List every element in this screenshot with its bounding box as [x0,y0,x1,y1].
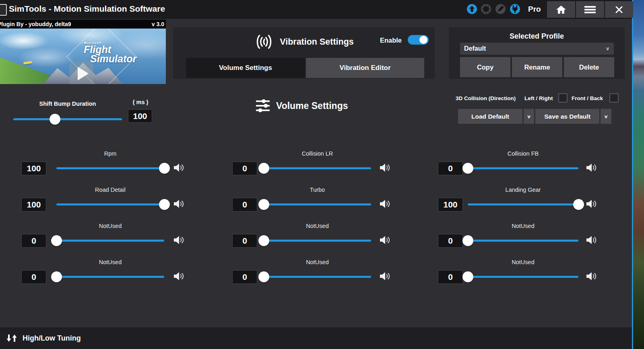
slider-value-box: 0 [438,162,463,175]
speaker-icon[interactable] [380,271,390,281]
vibration-icon [254,33,274,51]
volume-slider[interactable] [56,167,164,169]
window-title: SimTools - Motion Simulation Software [9,4,165,14]
desktop-wallpaper [633,0,644,349]
update-arrow-icon[interactable] [467,4,477,14]
volume-slider[interactable] [468,203,578,205]
shift-bump-unit: ( ms ) [128,99,153,105]
speaker-icon[interactable] [380,163,390,172]
thumbnail-plane [23,61,32,65]
vibration-title: Vibration Settings [280,37,354,47]
selected-profile-panel: Selected Profile Default v Copy Rename D… [449,27,625,79]
play-button[interactable] [69,62,93,84]
speaker-icon[interactable] [173,271,184,281]
volume-slider[interactable] [468,167,578,169]
menu-button[interactable] [576,1,604,18]
chevron-down-icon: v [606,46,614,51]
save-as-default-button[interactable]: Save as Default [535,109,599,124]
slider-value-box: 0 [232,162,257,175]
load-default-button[interactable]: Load Default [458,109,522,124]
shift-bump-value-box: 100 [128,109,152,123]
pencil-icon[interactable] [495,4,506,14]
slider-thumb[interactable] [462,235,473,246]
pro-badge: Pro [528,5,541,14]
slider-label: NotUsed [264,259,371,265]
slider-thumb[interactable] [462,271,473,282]
slider-label: NotUsed [56,259,164,265]
slider-thumb[interactable] [258,199,269,210]
speaker-icon[interactable] [173,163,184,172]
slider-thumb[interactable] [573,199,584,210]
slider-thumb[interactable] [51,235,62,246]
volume-slider[interactable] [56,203,164,205]
load-default-chevron[interactable]: v [524,109,534,124]
slider-value-box: 0 [232,234,257,248]
slider-row: Rpm 100 [21,148,184,180]
slider-label: Road Detail [56,187,164,193]
volume-slider[interactable] [264,203,371,205]
sliders-icon [256,99,270,112]
delete-button[interactable]: Delete [564,57,614,77]
speaker-icon[interactable] [380,199,390,209]
rename-button[interactable]: Rename [512,57,562,77]
speaker-icon[interactable] [173,235,184,245]
up-down-arrows-icon [6,333,18,343]
slider-thumb[interactable] [159,163,170,174]
home-button[interactable] [547,1,575,18]
slider-thumb[interactable] [462,163,473,174]
slider-label: Rpm [56,150,164,157]
tab-vibration-editor[interactable]: Vibration Editor [306,58,424,78]
speaker-icon[interactable] [380,235,390,245]
slider-value-box: 0 [438,234,463,248]
slider-thumb[interactable] [258,235,269,246]
slider-thumb[interactable] [258,163,269,174]
slider-value-box: 0 [232,270,257,284]
front-back-checkbox[interactable] [609,93,619,103]
enable-toggle[interactable] [408,35,429,45]
tab-volume-settings[interactable]: Volume Settings [186,58,305,78]
speaker-icon[interactable] [586,235,597,245]
volume-slider[interactable] [468,240,578,242]
game-thumbnail[interactable]: Microsoft Flight Simulator [0,29,166,84]
shift-bump-label: Shift Bump Duration [25,101,110,107]
slider-label: NotUsed [468,223,578,229]
slider-label: NotUsed [56,223,164,229]
close-icon [615,6,623,14]
volume-slider[interactable] [56,240,164,242]
plug-icon[interactable] [510,4,520,14]
slider-value-box: 0 [21,234,46,248]
close-button[interactable] [605,1,633,18]
speaker-icon[interactable] [586,199,597,209]
slider-thumb[interactable] [159,199,170,210]
section-header: Volume Settings [256,99,348,112]
profile-dropdown[interactable]: Default v [460,43,614,55]
slider-value-box: 0 [21,270,46,284]
slider-row: NotUsed 0 [438,220,597,253]
slider-row: Landing Gear 100 [438,184,597,216]
volume-slider[interactable] [264,167,371,169]
collision-direction-label: 3D Collision (Direction) [456,95,516,101]
save-as-default-chevron[interactable]: v [601,109,611,124]
burst-icon[interactable] [481,4,491,14]
volume-slider[interactable] [56,276,164,278]
profile-dropdown-value: Default [460,45,606,52]
copy-button[interactable]: Copy [460,57,510,77]
hamburger-icon [584,6,596,14]
high-low-tuning-bar[interactable]: High/Low Tuning [0,327,632,349]
speaker-icon[interactable] [586,271,597,281]
slider-thumb[interactable] [50,114,60,125]
volume-slider[interactable] [264,276,371,278]
slider-thumb[interactable] [258,271,269,282]
speaker-icon[interactable] [173,199,184,209]
left-right-checkbox[interactable] [558,93,568,103]
slider-label: NotUsed [264,223,371,229]
slider-thumb[interactable] [51,271,62,282]
slider-value-box: 100 [21,162,46,175]
speaker-icon[interactable] [586,163,597,172]
shift-bump-slider[interactable] [13,118,122,120]
slider-value-box: 0 [438,270,463,284]
volume-slider[interactable] [264,240,371,242]
volume-slider[interactable] [468,276,578,278]
vibration-settings-panel: Vibration Settings Enable Volume Setting… [173,27,435,79]
left-right-label: Left / Right [524,95,553,101]
